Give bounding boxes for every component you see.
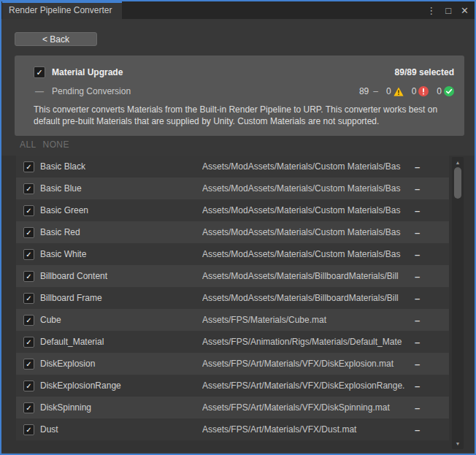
row-status-dash-icon: – [415,381,420,391]
table-row[interactable]: ✓ Basic White Assets/ModAssets/Materials… [16,243,449,265]
warning-count-group: 0 [386,86,404,96]
checkmark-icon: ✓ [26,360,31,368]
pending-dash-icon: – [373,86,378,96]
row-checkbox[interactable]: ✓ [23,205,34,216]
warning-count: 0 [386,86,391,96]
material-list: ✓ Basic Black Assets/ModAssets/Materials… [1,156,475,452]
material-name: DiskSpinning [40,402,91,413]
material-path: Assets/ModAssets/Materials/BillboardMate… [202,271,412,281]
pending-count: 89 [359,86,369,96]
material-path: Assets/ModAssets/Materials/Custom Materi… [202,161,412,172]
row-status-dash-icon: – [415,271,420,282]
checkmark-icon: ✓ [26,163,31,171]
material-path: Assets/FPS/Art/Materials/VFX/DiskSpinnin… [202,402,412,413]
row-status-dash-icon: – [415,337,420,348]
row-checkbox[interactable]: ✓ [23,161,34,172]
material-path: Assets/FPS/Art/Materials/VFX/DiskExplosi… [202,381,412,391]
table-row[interactable]: ✓ Dust Assets/FPS/Art/Materials/VFX/Dust… [16,418,449,440]
checkmark-icon: ✓ [26,426,31,434]
tab-render-pipeline-converter[interactable]: Render Pipeline Converter [2,1,122,19]
error-count: 0 [412,86,417,96]
status-counts: 89 – 0 0 [359,86,454,96]
error-count-group: 0 [412,86,429,96]
material-name: Basic Green [40,205,88,215]
table-row[interactable]: ✓ DiskSpinning Assets/FPS/Art/Materials/… [16,397,449,418]
table-row[interactable]: ✓ Cube Assets/FPS/Materials/Cube.mat – [16,309,449,331]
material-name: Billboard Content [40,271,107,281]
converter-description: This converter converts Materials from t… [34,104,454,127]
material-path: Assets/ModAssets/Materials/Custom Materi… [202,183,412,194]
checkmark-icon: ✓ [26,229,31,237]
checkmark-icon: ✓ [26,251,31,259]
row-checkbox[interactable]: ✓ [23,293,34,304]
material-name: Default_Material [40,337,104,347]
row-status-dash-icon: – [415,359,420,370]
row-checkbox[interactable]: ✓ [23,315,34,326]
material-path: Assets/ModAssets/Materials/Custom Materi… [202,205,412,215]
checkmark-icon: ✓ [26,272,31,280]
row-checkbox[interactable]: ✓ [23,227,34,238]
row-checkbox[interactable]: ✓ [23,249,34,260]
close-icon[interactable]: ✕ [461,6,469,15]
window-title: Render Pipeline Converter [9,5,112,15]
scroll-down-icon[interactable]: ▼ [452,441,464,446]
titlebar-icons: ⋮ □ ✕ [426,1,469,19]
row-checkbox[interactable]: ✓ [23,381,34,391]
material-path: Assets/FPS/Animation/Rigs/Materials/Defa… [202,337,412,347]
select-none-button[interactable]: NONE [43,139,69,150]
material-rows: ✓ Basic Black Assets/ModAssets/Materials… [16,156,449,440]
table-row[interactable]: ✓ Basic Red Assets/ModAssets/Materials/C… [16,221,449,243]
checkmark-icon: ✓ [26,404,31,412]
back-button[interactable]: < Back [15,32,97,46]
table-row[interactable]: ✓ Basic Blue Assets/ModAssets/Materials/… [16,177,449,199]
row-checkbox[interactable]: ✓ [23,271,34,282]
material-name: Basic Black [40,161,85,172]
scrollbar[interactable]: ▲ ▼ [452,157,464,449]
material-name: DiskExplosion [40,359,95,369]
titlebar: Render Pipeline Converter ⋮ □ ✕ [1,1,475,19]
row-status-dash-icon: – [415,424,420,435]
select-all-button[interactable]: ALL [20,139,37,150]
row-status-dash-icon: – [415,227,420,238]
row-checkbox[interactable]: ✓ [23,359,34,370]
material-name: Basic Red [40,227,80,237]
checkmark-icon: ✓ [36,68,42,77]
kebab-menu-icon[interactable]: ⋮ [426,6,436,15]
foldout-dash-icon[interactable]: — [34,86,45,96]
success-count: 0 [437,86,442,96]
scroll-up-icon[interactable]: ▲ [452,160,464,165]
row-status-dash-icon: – [415,161,420,172]
pending-conversion-label: Pending Conversion [52,86,131,96]
converter-checkbox[interactable]: ✓ [34,66,45,78]
table-row[interactable]: ✓ Basic Green Assets/ModAssets/Materials… [16,199,449,221]
converter-title: Material Upgrade [52,67,123,77]
material-path: Assets/FPS/Art/Materials/VFX/DiskExplosi… [202,359,412,369]
render-pipeline-converter-window: Render Pipeline Converter ⋮ □ ✕ < Back ✓… [0,0,476,455]
material-path: Assets/FPS/Art/Materials/VFX/Dust.mat [202,424,412,435]
success-count-group: 0 [437,86,454,96]
row-checkbox[interactable]: ✓ [23,402,34,413]
row-status-dash-icon: – [415,183,420,194]
material-name: Basic White [40,249,86,259]
scrollbar-thumb[interactable] [454,167,461,199]
table-row[interactable]: ✓ Billboard Content Assets/ModAssets/Mat… [16,265,449,287]
row-checkbox[interactable]: ✓ [23,337,34,348]
material-path: Assets/ModAssets/Materials/Custom Materi… [202,249,412,259]
table-row[interactable]: ✓ Billboard Frame Assets/ModAssets/Mater… [16,287,449,309]
row-status-dash-icon: – [415,249,420,260]
table-row[interactable]: ✓ DiskExplosionRange Assets/FPS/Art/Mate… [16,375,449,397]
table-row[interactable]: ✓ Default_Material Assets/FPS/Animation/… [16,331,449,353]
checkmark-icon: ✓ [26,294,31,302]
maximize-icon[interactable]: □ [445,6,451,15]
material-name: Dust [40,424,58,435]
table-row[interactable]: ✓ Basic Black Assets/ModAssets/Materials… [16,156,449,177]
row-status-dash-icon: – [415,315,420,326]
row-checkbox[interactable]: ✓ [23,183,34,194]
row-checkbox[interactable]: ✓ [23,424,34,435]
checkmark-icon: ✓ [26,382,31,390]
converter-panel: ✓ Material Upgrade 89/89 selected — Pend… [15,56,464,136]
checkmark-icon: ✓ [26,207,31,215]
table-row[interactable]: ✓ DiskExplosion Assets/FPS/Art/Materials… [16,353,449,375]
checkmark-icon: ✓ [26,185,31,193]
material-name: DiskExplosionRange [40,381,121,391]
